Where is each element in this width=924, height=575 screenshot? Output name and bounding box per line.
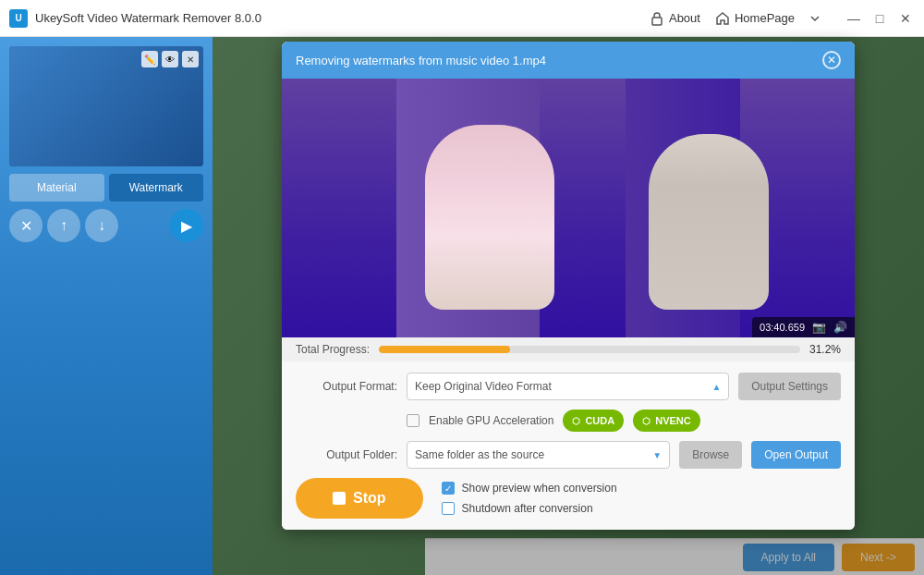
checkboxes-col: Show preview when conversion Shutdown af… bbox=[442, 482, 617, 515]
gpu-label: Enable GPU Acceleration bbox=[429, 414, 553, 427]
sidebar-tabs: Material Watermark bbox=[9, 174, 203, 202]
progress-percent: 31.2% bbox=[809, 343, 841, 356]
output-settings-button[interactable]: Output Settings bbox=[738, 373, 841, 400]
progress-label: Total Progress: bbox=[296, 343, 370, 356]
progress-bar-fill bbox=[379, 346, 510, 353]
maximize-button[interactable]: □ bbox=[870, 9, 889, 28]
thumb-edit-icon[interactable]: ✏️ bbox=[141, 51, 158, 67]
conversion-modal: Removing watermarks from music video 1.m… bbox=[282, 42, 855, 530]
main-layout: ✏️ 👁 ✕ Material Watermark ✕ ↑ ↓ bbox=[0, 37, 924, 575]
output-format-label: Output Format: bbox=[296, 380, 397, 393]
thumb-icons: ✏️ 👁 ✕ bbox=[141, 51, 199, 67]
video-door-bg bbox=[282, 79, 855, 337]
thumb-close-icon[interactable]: ✕ bbox=[182, 51, 199, 67]
about-nav[interactable]: About bbox=[650, 11, 700, 26]
camera-icon[interactable]: 📷 bbox=[812, 321, 826, 334]
sidebar-thumbnail: ✏️ 👁 ✕ bbox=[9, 46, 203, 166]
move-down-button[interactable]: ↓ bbox=[85, 209, 118, 242]
stop-button[interactable]: Stop bbox=[296, 478, 423, 519]
sidebar-action-buttons: ✕ ↑ ↓ ▶ bbox=[9, 209, 203, 242]
modal-overlay: Removing watermarks from music video 1.m… bbox=[213, 37, 924, 575]
about-label: About bbox=[669, 11, 700, 25]
shutdown-checkbox[interactable] bbox=[442, 502, 455, 515]
cuda-label: CUDA bbox=[585, 415, 614, 426]
modal-video: 03:40.659 📷 🔊 bbox=[282, 79, 855, 337]
nvenc-icon: ⬡ bbox=[642, 416, 650, 426]
homepage-nav[interactable]: HomePage bbox=[715, 11, 795, 26]
modal-header: Removing watermarks from music video 1.m… bbox=[282, 42, 855, 79]
video-figure-left bbox=[425, 125, 554, 310]
modal-controls: Output Format: Keep Original Video Forma… bbox=[282, 361, 855, 530]
modal-title: Removing watermarks from music video 1.m… bbox=[296, 54, 546, 67]
minimize-button[interactable]: — bbox=[845, 9, 863, 28]
browse-button[interactable]: Browse bbox=[679, 441, 742, 469]
svg-rect-0 bbox=[652, 18, 662, 25]
move-up-button[interactable]: ↑ bbox=[47, 209, 80, 242]
home-icon bbox=[715, 11, 730, 26]
output-folder-value: Same folder as the source bbox=[415, 448, 544, 461]
window-controls: — □ ✕ bbox=[845, 9, 915, 28]
tab-material[interactable]: Material bbox=[9, 174, 104, 202]
delete-button[interactable]: ✕ bbox=[9, 209, 43, 242]
tab-watermark[interactable]: Watermark bbox=[109, 174, 204, 202]
folder-dropdown-arrow-icon: ▼ bbox=[652, 450, 662, 460]
volume-icon[interactable]: 🔊 bbox=[833, 321, 847, 334]
output-format-value: Keep Original Video Format bbox=[415, 380, 552, 393]
video-time: 03:40.659 bbox=[760, 322, 805, 333]
shutdown-row: Shutdown after conversion bbox=[442, 502, 617, 515]
cuda-badge[interactable]: ⬡ CUDA bbox=[563, 410, 624, 432]
app-logo: U bbox=[9, 9, 28, 28]
thumb-view-icon[interactable]: 👁 bbox=[162, 51, 178, 67]
close-button[interactable]: ✕ bbox=[896, 9, 915, 28]
progress-bar-row: Total Progress: 31.2% bbox=[282, 337, 855, 361]
gpu-row: Enable GPU Acceleration ⬡ CUDA ⬡ NVENC bbox=[296, 410, 841, 432]
lock-icon bbox=[650, 11, 664, 26]
dropdown-nav[interactable] bbox=[809, 13, 821, 24]
show-preview-row: Show preview when conversion bbox=[442, 482, 617, 495]
stop-icon bbox=[333, 492, 346, 505]
gpu-checkbox[interactable] bbox=[407, 414, 419, 427]
chevron-down-icon bbox=[809, 13, 821, 24]
title-bar-right: About HomePage — □ ✕ bbox=[650, 9, 915, 28]
modal-close-button[interactable]: ✕ bbox=[822, 51, 841, 69]
nvenc-label: NVENC bbox=[655, 415, 691, 426]
output-format-row: Output Format: Keep Original Video Forma… bbox=[296, 373, 841, 400]
video-background bbox=[282, 79, 855, 337]
shutdown-label: Shutdown after conversion bbox=[462, 502, 593, 515]
content-area: Removing watermarks from music video 1.m… bbox=[213, 37, 924, 575]
stop-row: Stop Show preview when conversion Shutdo… bbox=[296, 478, 841, 519]
output-folder-label: Output Folder: bbox=[296, 448, 397, 461]
output-format-dropdown[interactable]: Keep Original Video Format ▲ bbox=[407, 373, 729, 400]
show-preview-checkbox[interactable] bbox=[442, 482, 455, 495]
sidebar: ✏️ 👁 ✕ Material Watermark ✕ ↑ ↓ bbox=[0, 37, 213, 575]
open-output-button[interactable]: Open Output bbox=[751, 441, 841, 469]
cuda-icon: ⬡ bbox=[572, 416, 580, 426]
nvenc-badge[interactable]: ⬡ NVENC bbox=[633, 410, 700, 432]
output-folder-dropdown[interactable]: Same folder as the source ▼ bbox=[407, 441, 670, 469]
progress-bar-container bbox=[379, 346, 800, 353]
title-bar: U UkeySoft Video Watermark Remover 8.0.0… bbox=[0, 0, 924, 37]
show-preview-label: Show preview when conversion bbox=[462, 482, 617, 495]
play-button[interactable]: ▶ bbox=[170, 209, 203, 242]
dropdown-arrow-icon: ▲ bbox=[711, 382, 721, 392]
video-player-overlay: 03:40.659 📷 🔊 bbox=[752, 317, 855, 337]
homepage-label: HomePage bbox=[735, 11, 795, 25]
output-folder-row: Output Folder: Same folder as the source… bbox=[296, 441, 841, 469]
app-title: UkeySoft Video Watermark Remover 8.0.0 bbox=[35, 11, 650, 25]
video-figure-right bbox=[649, 134, 769, 310]
